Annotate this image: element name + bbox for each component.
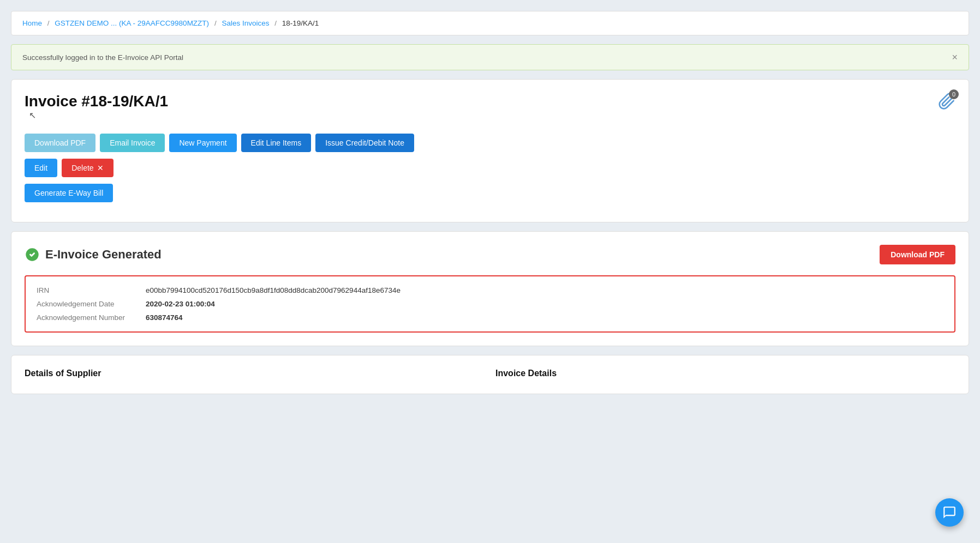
breadcrumb: Home / GSTZEN DEMO ... (KA - 29AAFCC9980… <box>11 11 969 35</box>
invoice-title-wrapper: Invoice #18-19/KA/1 ↖ <box>25 93 168 120</box>
invoice-title: Invoice #18-19/KA/1 <box>25 93 168 110</box>
new-payment-button[interactable]: New Payment <box>169 134 236 152</box>
ack-number-row: Acknowledgement Number 630874764 <box>37 313 943 322</box>
delete-icon: ✕ <box>97 164 104 172</box>
einvoice-download-pdf-button[interactable]: Download PDF <box>880 245 955 264</box>
breadcrumb-section[interactable]: Sales Invoices <box>222 19 269 27</box>
issue-credit-debit-note-button[interactable]: Issue Credit/Debit Note <box>315 134 414 152</box>
irn-value: e00bb7994100cd520176d150cb9a8df1fd08dd8d… <box>146 286 401 294</box>
irn-row: IRN e00bb7994100cd520176d150cb9a8df1fd08… <box>37 286 943 294</box>
ack-date-label: Acknowledgement Date <box>37 300 146 308</box>
supplier-details: Details of Supplier <box>25 369 485 381</box>
einvoice-title-wrapper: E-Invoice Generated <box>25 247 162 262</box>
alert-message: Successfully logged in to the E-Invoice … <box>22 53 183 62</box>
chat-icon <box>942 505 957 520</box>
einvoice-card: E-Invoice Generated Download PDF IRN e00… <box>11 231 969 346</box>
email-invoice-button[interactable]: Email Invoice <box>100 134 165 152</box>
ack-number-label: Acknowledgement Number <box>37 313 146 322</box>
edit-button[interactable]: Edit <box>25 159 57 177</box>
breadcrumb-current: 18-19/KA/1 <box>282 19 319 27</box>
alert-banner: Successfully logged in to the E-Invoice … <box>11 44 969 70</box>
ack-date-row: Acknowledgement Date 2020-02-23 01:00:04 <box>37 300 943 308</box>
download-pdf-button[interactable]: Download PDF <box>25 134 95 152</box>
invoice-header: Invoice #18-19/KA/1 ↖ 0 <box>25 93 955 120</box>
ack-date-value: 2020-02-23 01:00:04 <box>146 300 215 308</box>
attachment-badge: 0 <box>949 89 959 99</box>
check-circle-icon <box>25 247 40 262</box>
cursor-indicator: ↖ <box>29 110 36 120</box>
irn-label: IRN <box>37 286 146 294</box>
attachment-button[interactable]: 0 <box>938 93 955 112</box>
invoice-details-heading: Invoice Details <box>495 369 955 378</box>
irn-box: IRN e00bb7994100cd520176d150cb9a8df1fd08… <box>25 275 955 333</box>
generate-eway-bill-button[interactable]: Generate E-Way Bill <box>25 184 113 202</box>
ack-number-value: 630874764 <box>146 313 183 322</box>
button-group-3: Generate E-Way Bill <box>25 184 955 202</box>
einvoice-title: E-Invoice Generated <box>45 248 162 262</box>
supplier-heading: Details of Supplier <box>25 369 485 378</box>
breadcrumb-home[interactable]: Home <box>22 19 42 27</box>
einvoice-header: E-Invoice Generated Download PDF <box>25 245 955 264</box>
invoice-card: Invoice #18-19/KA/1 ↖ 0 Download PDF Ema… <box>11 79 969 222</box>
details-grid: Details of Supplier Invoice Details <box>25 369 955 381</box>
chat-button[interactable] <box>935 498 964 527</box>
button-group-2: Edit Delete ✕ <box>25 159 955 177</box>
button-group-1: Download PDF Email Invoice New Payment E… <box>25 134 955 152</box>
breadcrumb-company[interactable]: GSTZEN DEMO ... (KA - 29AAFCC9980MZZT) <box>55 19 209 27</box>
details-section: Details of Supplier Invoice Details <box>11 355 969 394</box>
edit-line-items-button[interactable]: Edit Line Items <box>241 134 312 152</box>
delete-label: Delete <box>71 164 93 172</box>
alert-close-button[interactable]: × <box>952 52 958 62</box>
delete-button[interactable]: Delete ✕ <box>62 159 113 177</box>
invoice-details: Invoice Details <box>495 369 955 381</box>
